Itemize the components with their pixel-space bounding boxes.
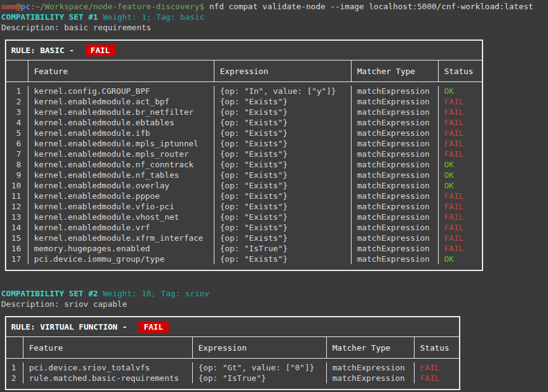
compat-set-1: COMPATIBILITY SET #1Weight: 1; Tag: basi… — [1, 12, 548, 271]
column-header-feature: Feature — [23, 337, 193, 358]
compat-set-2: COMPATIBILITY SET #2Weight: 10; Tag: sri… — [1, 288, 548, 390]
row-expression: {op: "In", value: ["y"]} — [214, 86, 352, 96]
rule-table-virtual-function: RULE: VIRTUAL FUNCTION - FAIL Feature Ex… — [5, 316, 460, 390]
rule-header-virtual-function: RULE: VIRTUAL FUNCTION - FAIL — [6, 317, 459, 337]
row-status: FAIL — [415, 362, 459, 373]
row-matcher: matchExpression — [352, 243, 439, 254]
table-row: 5 kernel.enabledmodule.ifb {op: "Exists"… — [6, 128, 482, 138]
row-matcher: matchExpression — [352, 128, 439, 138]
set-2-description: Description: sriov capable — [1, 299, 548, 309]
row-matcher: matchExpression — [352, 159, 439, 170]
table-row: 7 kernel.enabledmodule.mpls_router {op: … — [6, 149, 482, 159]
row-status: OK — [439, 170, 482, 180]
typed-command: nfd compat validate-node --image localho… — [209, 2, 533, 11]
row-index: 17 — [6, 254, 28, 264]
column-header-index — [6, 337, 23, 358]
row-index: 6 — [6, 138, 28, 149]
row-index: 13 — [6, 212, 28, 222]
row-index: 11 — [6, 191, 28, 201]
column-header-status: Status — [439, 60, 482, 81]
row-index: 8 — [6, 159, 28, 170]
row-status: FAIL — [439, 128, 482, 138]
row-index: 12 — [6, 201, 28, 212]
column-header-feature: Feature — [28, 60, 214, 81]
row-feature: kernel.enabledmodule.vfio-pci — [28, 201, 214, 212]
row-index: 5 — [6, 128, 28, 138]
row-matcher: matchExpression — [327, 362, 415, 373]
row-feature: kernel.enabledmodule.pppoe — [28, 191, 214, 201]
fail-status-badge: FAIL — [85, 44, 116, 56]
row-expression: {op: "IsTrue"} — [193, 373, 327, 383]
row-expression: {op: "IsTrue"} — [214, 243, 352, 254]
row-matcher: matchExpression — [352, 254, 439, 264]
row-expression: {op: "Exists"} — [214, 107, 352, 117]
row-feature: memory.hugepages.enabled — [28, 243, 214, 254]
row-index: 2 — [6, 373, 23, 383]
row-matcher: matchExpression — [352, 222, 439, 233]
row-feature: rule.matched.basic-requirements — [23, 373, 193, 383]
column-header-matcher: Matcher Type — [327, 337, 415, 358]
shell-prompt-line: nmm@pc:~/Workspace/node-feature-discover… — [1, 1, 548, 12]
column-header-status: Status — [415, 337, 459, 358]
row-index: 16 — [6, 243, 28, 254]
row-expression: {op: "Exists"} — [214, 128, 352, 138]
row-status: FAIL — [415, 373, 459, 383]
row-expression: {op: "Exists"} — [214, 117, 352, 128]
row-status: OK — [439, 159, 482, 170]
table-row: 12 kernel.enabledmodule.vfio-pci {op: "E… — [6, 201, 482, 212]
row-expression: {op: "Exists"} — [214, 159, 352, 170]
table-row: 14 kernel.enabledmodule.vrf {op: "Exists… — [6, 222, 482, 233]
row-matcher: matchExpression — [352, 233, 439, 243]
row-status: FAIL — [439, 149, 482, 159]
row-feature: kernel.config.CGROUP_BPF — [28, 86, 214, 96]
row-feature: kernel.enabledmodule.vhost_net — [28, 212, 214, 222]
rule-label: RULE: VIRTUAL FUNCTION - — [11, 322, 132, 332]
table-header-row: Feature Expression Matcher Type Status — [6, 60, 482, 82]
row-feature: kernel.enabledmodule.overlay — [28, 180, 214, 191]
set-2-meta: Weight: 10; Tag: sriov — [103, 289, 209, 298]
row-index: 9 — [6, 170, 28, 180]
table-row: 9 kernel.enabledmodule.nf_tables {op: "E… — [6, 170, 482, 180]
terminal-screen: nmm@pc:~/Workspace/node-feature-discover… — [0, 0, 548, 390]
prompt-colon: : — [30, 2, 35, 11]
prompt-user: nmm — [1, 2, 15, 11]
row-matcher: matchExpression — [352, 86, 439, 96]
row-status: OK — [439, 86, 482, 96]
row-status: FAIL — [439, 191, 482, 201]
row-index: 2 — [6, 96, 28, 107]
row-index: 10 — [6, 180, 28, 191]
row-expression: {op: "Exists"} — [214, 149, 352, 159]
row-index: 4 — [6, 117, 28, 128]
row-index: 1 — [6, 362, 23, 373]
row-expression: {op: "Exists"} — [214, 201, 352, 212]
table-row: 1 pci.device.sriov_totalvfs {op: "Gt", v… — [6, 362, 459, 373]
row-feature: pci.device.iommu_group/type — [28, 254, 214, 264]
row-feature: pci.device.sriov_totalvfs — [23, 362, 193, 373]
row-matcher: matchExpression — [352, 191, 439, 201]
row-feature: kernel.enabledmodule.nf_conntrack — [28, 159, 214, 170]
row-status: FAIL — [439, 96, 482, 107]
row-expression: {op: "Exists"} — [214, 212, 352, 222]
row-feature: kernel.enabledmodule.xfrm_interface — [28, 233, 214, 243]
row-status: FAIL — [439, 201, 482, 212]
row-expression: {op: "Exists"} — [214, 233, 352, 243]
row-feature: kernel.enabledmodule.br_netfilter — [28, 107, 214, 117]
row-status: OK — [439, 180, 482, 191]
fail-status-badge: FAIL — [138, 321, 169, 333]
table-row: 8 kernel.enabledmodule.nf_conntrack {op:… — [6, 159, 482, 170]
table-row: 6 kernel.enabledmodule.mpls_iptunnel {op… — [6, 138, 482, 149]
table-row: 2 kernel.enabledmodule.act_bpf {op: "Exi… — [6, 96, 482, 107]
row-matcher: matchExpression — [352, 149, 439, 159]
table-row: 3 kernel.enabledmodule.br_netfilter {op:… — [6, 107, 482, 117]
row-index: 7 — [6, 149, 28, 159]
set-1-title: COMPATIBILITY SET #1 — [1, 12, 98, 22]
table-row: 15 kernel.enabledmodule.xfrm_interface {… — [6, 233, 482, 243]
row-matcher: matchExpression — [352, 138, 439, 149]
row-matcher: matchExpression — [352, 96, 439, 107]
row-expression: {op: "Exists"} — [214, 254, 352, 264]
row-matcher: matchExpression — [352, 180, 439, 191]
table-body: 1 kernel.config.CGROUP_BPF {op: "In", va… — [6, 82, 482, 270]
prompt-host: pc — [20, 2, 30, 11]
row-index: 3 — [6, 107, 28, 117]
row-expression: {op: "Exists"} — [214, 170, 352, 180]
